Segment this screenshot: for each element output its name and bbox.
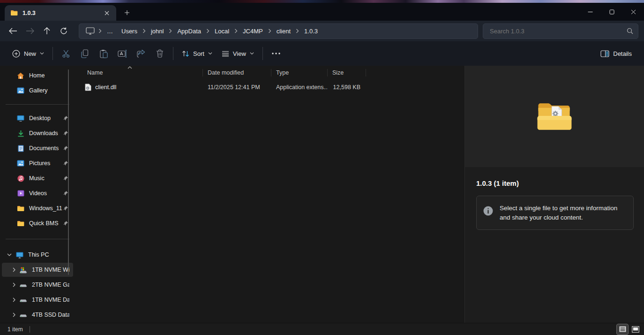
copy-button[interactable] [75,45,94,62]
toolbar-divider [52,47,53,60]
sidebar-item-home[interactable]: Home [2,69,73,83]
sidebar-item-quickbms-folder[interactable]: Quick BMS [2,216,73,230]
sidebar-item-this-pc[interactable]: This PC [2,248,73,262]
drive-icon [20,281,27,289]
column-header-name[interactable]: Name [75,69,203,76]
back-button[interactable] [5,23,22,39]
main-area: Home Gallery Desktop Download [0,66,644,323]
details-pane-button[interactable]: Details [596,46,637,61]
sort-ascending-icon [127,64,132,70]
status-divider [30,326,30,333]
file-name-cell[interactable]: client.dll [75,84,203,91]
file-row-client-dll[interactable]: client.dll 11/2/2025 12:41 PM Applicatio… [75,81,464,94]
large-icons-view-toggle[interactable] [630,324,641,335]
tab-close-icon[interactable] [101,8,112,19]
documents-icon [17,145,24,152]
column-header-date-modified[interactable]: Date modified [203,69,271,76]
chevron-right-icon[interactable] [10,311,18,319]
sidebar-item-windows11-folder[interactable]: Windows_11 [2,201,73,215]
search-box[interactable] [483,23,638,39]
new-button-label: New [24,50,36,57]
chevron-right-icon [295,29,300,33]
navigation-sidebar: Home Gallery Desktop Download [0,66,75,323]
info-message: Select a single file to get more informa… [500,204,627,222]
maximize-button[interactable] [601,3,622,21]
chevron-right-icon [142,29,147,33]
close-button[interactable] [622,3,644,21]
home-icon [17,72,24,79]
this-pc-icon[interactable] [86,27,95,35]
file-date-cell: 11/2/2025 12:41 PM [203,84,271,91]
chevron-right-icon[interactable] [10,266,18,274]
sidebar-item-documents[interactable]: Documents [2,141,73,155]
sort-icon [182,50,189,58]
breadcrumb-johnl[interactable]: johnl [147,26,168,37]
chevron-right-icon [233,29,239,33]
sidebar-item-label: Gallery [29,87,73,94]
column-headers: Name Date modified Type Size [75,67,464,79]
refresh-button[interactable] [55,23,72,39]
rename-button[interactable] [113,45,132,62]
preview-title: 1.0.3 (1 item) [465,167,644,187]
minimize-button[interactable] [579,3,601,21]
column-header-size[interactable]: Size [328,69,366,76]
chevron-right-icon[interactable] [10,296,18,304]
sidebar-scrollbar[interactable] [68,69,69,275]
sidebar-item-drive-1tb-nvme-win[interactable]: 1TB NVME Win [2,263,73,277]
chevron-right-icon[interactable] [10,281,18,289]
sidebar-item-label: Quick BMS [29,220,63,227]
sidebar-item-drive-2tb-nvme[interactable]: 2TB NVME Gam [2,278,73,292]
sidebar-item-pictures[interactable]: Pictures [2,156,73,170]
pictures-icon [17,160,24,167]
new-tab-button[interactable] [121,7,133,19]
chevron-down-icon[interactable] [6,251,13,259]
column-label: Type [276,69,289,76]
cut-button[interactable] [57,45,75,62]
details-button-label: Details [613,50,632,57]
address-bar[interactable]: … Users johnl AppData Local JC4MP client… [79,23,478,39]
sidebar-item-music[interactable]: Music [2,171,73,185]
breadcrumb-client[interactable]: client [272,26,295,37]
sidebar-item-drive-4tb-ssd[interactable]: 4TB SSD Data ( [2,308,73,322]
details-view-toggle[interactable] [617,324,628,335]
sort-button-label: Sort [193,50,204,57]
search-input[interactable] [490,28,627,35]
sidebar-item-downloads[interactable]: Downloads [2,126,73,140]
file-type-cell: Application extens... [271,84,328,91]
breadcrumb-current[interactable]: 1.0.3 [300,26,322,37]
file-name: client.dll [95,84,116,91]
new-button[interactable]: New [7,46,49,61]
breadcrumb-jc4mp[interactable]: JC4MP [239,26,267,37]
column-header-type[interactable]: Type [271,69,328,76]
search-icon[interactable] [627,28,633,34]
file-size-cell: 12,598 KB [328,84,366,91]
desktop-icon [17,114,24,122]
view-button-label: View [233,50,246,57]
more-options-button[interactable] [267,45,285,62]
sidebar-item-label: Videos [29,190,63,197]
sort-button[interactable]: Sort [177,46,217,61]
sidebar-item-drive-1tb-nvme-data[interactable]: 1TB NVME Dat [2,293,73,307]
sidebar-item-label: Pictures [29,160,63,167]
breadcrumb-appdata[interactable]: AppData [173,26,205,37]
status-bar: 1 item [0,323,644,335]
windows-drive-icon [20,266,27,274]
explorer-tab[interactable]: 1.0.3 [5,5,116,21]
sidebar-item-gallery[interactable]: Gallery [2,84,73,98]
share-button[interactable] [132,45,150,62]
breadcrumb-users[interactable]: Users [117,26,142,37]
drive-icon [20,296,27,304]
breadcrumb-ellipsis[interactable]: … [103,26,117,37]
forward-button[interactable] [22,23,38,39]
paste-button[interactable] [94,45,113,62]
sidebar-item-label: This PC [28,251,73,258]
breadcrumb-local[interactable]: Local [210,26,233,37]
sidebar-item-desktop[interactable]: Desktop [2,111,73,125]
titlebar: 1.0.3 [0,3,644,21]
sidebar-item-videos[interactable]: Videos [2,186,73,200]
sidebar-item-label: 4TB SSD Data ( [32,312,69,318]
view-button[interactable]: View [217,46,259,61]
delete-button[interactable] [150,45,169,62]
tab-title: 1.0.3 [22,10,101,16]
up-button[interactable] [38,23,55,39]
